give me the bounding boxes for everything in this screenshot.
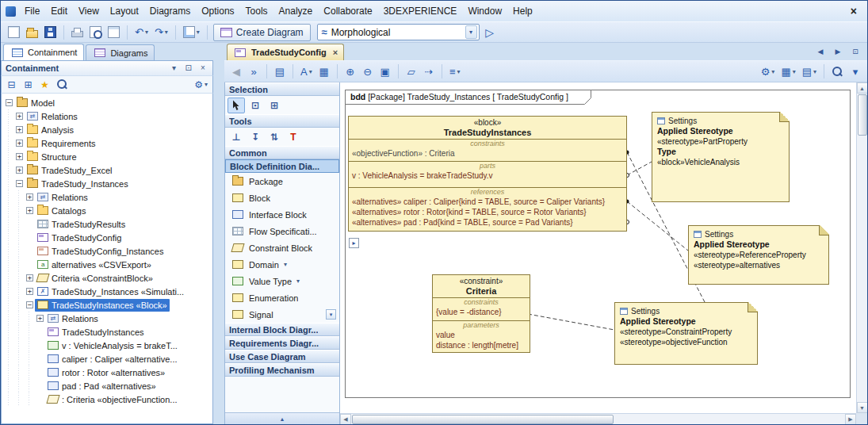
expander-icon[interactable]: + xyxy=(26,288,33,295)
block-tradestudyinstances[interactable]: «block» TradeStudyInstances constraints … xyxy=(348,116,627,232)
tab-containment[interactable]: Containment xyxy=(3,44,84,60)
constraint-block-criteria[interactable]: «constraint» Criteria constraints {value… xyxy=(432,274,530,353)
expand-structure-icon[interactable]: ▸ xyxy=(349,238,359,248)
perspective-combobox[interactable]: ≈ Morphological ▾ xyxy=(317,24,480,40)
window-close-button[interactable]: × xyxy=(845,5,862,17)
print-button[interactable] xyxy=(69,24,86,41)
tree-item-relations[interactable]: +Relations xyxy=(4,109,212,123)
panel-float-button[interactable]: ⊡ xyxy=(183,62,194,75)
expander-icon[interactable]: + xyxy=(26,274,33,281)
palette-item-domain[interactable]: Domain▾ xyxy=(225,256,339,273)
show-containment-button[interactable]: ▤ xyxy=(272,63,288,80)
tree-item-structure[interactable]: +Structure xyxy=(4,150,212,163)
browse-tool[interactable]: ⊞ xyxy=(266,98,283,113)
tree-item-tradestudyinstances-block[interactable]: −TradeStudyInstances «Block» xyxy=(4,298,212,312)
scroll-right-button[interactable]: ▶ xyxy=(845,414,856,425)
palette-item-signal[interactable]: Signal▾ xyxy=(225,306,339,323)
tab-tradestudyconfig[interactable]: TradeStudyConfig × xyxy=(227,44,344,60)
scroll-down-button[interactable]: ▼ xyxy=(857,402,868,413)
page-setup-button[interactable] xyxy=(105,24,122,41)
expander-icon[interactable]: − xyxy=(16,180,23,187)
redo-button[interactable]: ↷▾ xyxy=(152,24,170,41)
compartments-button[interactable]: ▤▾ xyxy=(800,63,819,80)
save-project-button[interactable] xyxy=(42,24,59,41)
settings-note-partproperty[interactable]: Settings Applied Stereotype «stereotype»… xyxy=(652,112,790,202)
scroll-left-button[interactable]: ◀ xyxy=(340,414,351,425)
distribute-tool[interactable]: ⇅ xyxy=(266,129,283,145)
text-tool[interactable]: T xyxy=(285,129,302,145)
menu-collaborate[interactable]: Collaborate xyxy=(318,4,377,18)
undo-button[interactable]: ↶▾ xyxy=(132,24,151,41)
quick-layout-button[interactable]: ≡▾ xyxy=(447,63,463,80)
expander-icon[interactable]: + xyxy=(16,113,23,120)
expander-icon[interactable]: + xyxy=(16,140,23,147)
show-display-options-button[interactable]: ▦▾ xyxy=(778,63,797,80)
expander-icon[interactable]: + xyxy=(26,193,33,201)
tree-item-rotor-rotor-alternatives[interactable]: rotor : Rotor «alternatives» xyxy=(4,366,212,379)
block-reference-line[interactable]: «alternatives» caliper : Caliper{kind = … xyxy=(349,197,626,207)
create-diagram-button[interactable]: Create Diagram xyxy=(213,24,311,41)
open-perspective-button[interactable]: ▷ xyxy=(482,24,498,41)
palette-item-enumeration[interactable]: Enumeration xyxy=(225,289,339,306)
palette-item-flow-specificati[interactable]: Flow Specificati... xyxy=(225,223,339,239)
dependency-button[interactable]: ⇢ xyxy=(421,63,437,80)
tree-settings-button[interactable]: ⚙▾ xyxy=(192,77,210,92)
menu-window[interactable]: Window xyxy=(462,4,507,18)
palette-category-tools[interactable]: Tools xyxy=(225,114,339,128)
tree-item-model[interactable]: −Model xyxy=(4,96,212,109)
menu-3dexperience[interactable]: 3DEXPERIENCE xyxy=(378,4,463,18)
diagram-aspect-button[interactable]: ▦ xyxy=(316,63,332,80)
new-project-button[interactable] xyxy=(6,24,22,41)
vertical-scroll-thumb[interactable] xyxy=(858,94,867,136)
expander-icon[interactable]: + xyxy=(26,207,33,214)
expander-icon[interactable]: + xyxy=(36,315,44,322)
back-button[interactable]: ◀ xyxy=(228,63,244,80)
block-constraint-line[interactable]: «objectiveFunction» : Criteria xyxy=(349,148,626,159)
tree-item-tradestudyconfig[interactable]: TradeStudyConfig xyxy=(4,231,212,244)
fit-in-window-button[interactable]: ▣ xyxy=(377,63,393,80)
menu-layout[interactable]: Layout xyxy=(105,4,144,18)
favorites-button[interactable]: ★ xyxy=(37,77,52,92)
tree-item-pad-pad-alternatives[interactable]: pad : Pad «alternatives» xyxy=(4,379,212,392)
palette-category-block-definition-dia[interactable]: Block Definition Dia... xyxy=(225,159,339,173)
palette-category-use-case-diagram[interactable]: Use Case Diagram xyxy=(225,350,339,363)
zoom-in-button[interactable]: ⊕ xyxy=(342,63,358,80)
tabs-maximize-button[interactable]: ⊡ xyxy=(847,43,863,60)
quick-search-button[interactable] xyxy=(54,77,71,92)
marquee-select-tool[interactable]: ⊡ xyxy=(247,98,264,113)
menu-options[interactable]: Options xyxy=(196,4,239,18)
tree-item-v-vehicleanalysis-braket[interactable]: v : VehicleAnalysis = brakeT... xyxy=(4,339,212,352)
settings-note-constraintproperty[interactable]: Settings Applied Stereotype «stereotype»… xyxy=(614,302,758,365)
palette-category-profiling-mechanism[interactable]: Profiling Mechanism xyxy=(225,363,339,377)
toolbar-overflow-button[interactable]: » xyxy=(246,63,262,80)
panel-options-button[interactable]: ▾ xyxy=(169,62,180,75)
zoom-out-button[interactable]: ⊖ xyxy=(360,63,376,80)
expander-icon[interactable]: − xyxy=(26,301,33,308)
expand-selected-button[interactable]: ⊞ xyxy=(21,77,36,92)
expander-icon[interactable]: + xyxy=(16,153,23,160)
constraint-expression[interactable]: {value = -distance} xyxy=(433,307,530,317)
diagram-options-button[interactable]: ⚙▾ xyxy=(759,63,778,80)
parameter-line[interactable]: value xyxy=(433,330,530,340)
anchor-line-referenceproperty[interactable] xyxy=(627,201,688,251)
diagram-canvas[interactable]: bdd [Package] TradeStudy_Instances [ Tra… xyxy=(340,82,856,413)
menu-view[interactable]: View xyxy=(73,4,105,18)
palette-item-package[interactable]: Package xyxy=(225,173,339,190)
palette-category-selection[interactable]: Selection xyxy=(225,82,339,96)
menu-file[interactable]: File xyxy=(19,4,45,18)
tab-close-icon[interactable]: × xyxy=(333,48,338,57)
find-in-diagram-button[interactable] xyxy=(829,63,846,80)
tabs-scroll-right-button[interactable]: ▶ xyxy=(830,43,846,60)
scroll-up-button[interactable]: ▲ xyxy=(857,82,868,94)
sticky-tool[interactable]: ⊥ xyxy=(228,129,245,145)
vertical-scrollbar[interactable]: ▲ ▼ xyxy=(856,82,867,413)
tree-item-tradestudy-instances[interactable]: −TradeStudy_Instances xyxy=(4,177,212,190)
panel-close-button[interactable]: × xyxy=(197,62,208,75)
anchor-line-criteria[interactable] xyxy=(528,314,614,330)
block-part-line[interactable]: v : VehicleAnalysis = brakeTradeStudy.v xyxy=(349,170,626,181)
tree-item-alternatives-csvexport[interactable]: alternatives «CSVExport» xyxy=(4,258,212,271)
open-project-button[interactable] xyxy=(24,24,40,41)
anchor-line-partproperty[interactable] xyxy=(627,162,652,175)
tree-item-criteria-constraintblock[interactable]: +Criteria «ConstraintBlock» xyxy=(4,271,212,285)
menu-diagrams[interactable]: Diagrams xyxy=(144,4,196,18)
